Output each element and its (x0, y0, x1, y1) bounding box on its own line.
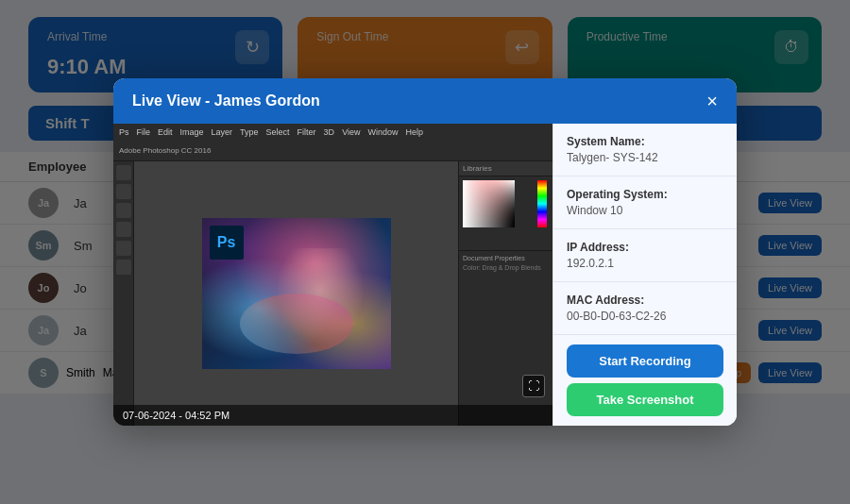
os-value: Window 10 (567, 204, 723, 217)
os-label: Operating System: (567, 188, 723, 201)
ps-main-area: Ps Libraries (113, 161, 552, 426)
modal-body: Ps File Edit Image Layer Type Select Fil… (113, 124, 737, 426)
photoshop-window: Ps File Edit Image Layer Type Select Fil… (113, 124, 552, 426)
ps-left-toolbar (113, 161, 134, 426)
ps-logo: Ps (210, 226, 244, 260)
modal-title: Live View - James Gordon (132, 92, 320, 109)
ip-label: IP Address: (567, 241, 723, 254)
mac-value: 00-B0-D0-63-C2-26 (567, 310, 723, 323)
preview-timestamp: 07-06-2024 - 04:52 PM (113, 405, 552, 426)
ps-toolbar: Adobe Photoshop CC 2016 (113, 141, 552, 161)
modal-header: Live View - James Gordon × (113, 78, 737, 124)
system-name-item: System Name: Talygen- SYS-142 (553, 124, 737, 176)
fullscreen-icon[interactable]: ⛶ (522, 375, 545, 397)
mac-address-item: MAC Address: 00-B0-D0-63-C2-26 (553, 282, 737, 335)
system-name-value: Talygen- SYS-142 (567, 151, 723, 164)
ip-value: 192.0.2.1 (567, 257, 723, 270)
live-view-modal: Live View - James Gordon × Ps File Edit … (113, 78, 737, 426)
system-name-label: System Name: (567, 135, 723, 148)
os-item: Operating System: Window 10 (553, 176, 737, 229)
ip-address-item: IP Address: 192.0.2.1 (553, 229, 737, 282)
ps-canvas-area: Ps (134, 161, 458, 426)
ps-menubar: Ps File Edit Image Layer Type Select Fil… (113, 124, 552, 141)
portrait-background: Ps (202, 218, 391, 369)
take-screenshot-button[interactable]: Take Screenshot (567, 383, 723, 416)
modal-preview-panel: Ps File Edit Image Layer Type Select Fil… (113, 124, 552, 426)
modal-close-button[interactable]: × (706, 92, 718, 110)
modal-overlay: Live View - James Gordon × Ps File Edit … (0, 0, 850, 504)
modal-info-panel: System Name: Talygen- SYS-142 Operating … (552, 124, 737, 426)
mac-label: MAC Address: (567, 294, 723, 307)
ps-panel-header: Libraries (459, 161, 552, 176)
ps-canvas: Ps (202, 218, 391, 369)
start-recording-button[interactable]: Start Recording (567, 344, 723, 378)
